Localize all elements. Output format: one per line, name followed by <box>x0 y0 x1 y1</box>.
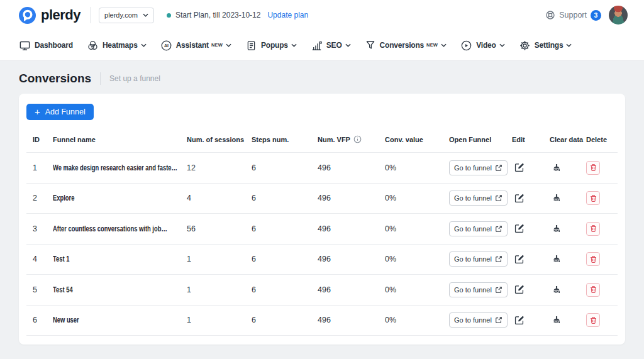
cell-id: 1 <box>33 163 53 172</box>
go-to-funnel-button[interactable]: Go to funnel <box>449 251 508 267</box>
table-row: 2 Explore 4 6 496 0% Go to funnel <box>26 184 618 214</box>
col-header-id: ID <box>33 136 53 143</box>
delete-button[interactable] <box>586 313 600 327</box>
cell-conv-value: 0% <box>385 194 449 202</box>
cell-sessions: 1 <box>187 316 252 324</box>
table-row: 6 New user 1 6 496 0% Go to funnel <box>26 306 618 336</box>
cell-steps: 6 <box>252 224 318 233</box>
col-header-clear-data: Clear data <box>550 136 586 143</box>
nav-item-settings[interactable]: Settings <box>519 40 572 52</box>
cell-id: 5 <box>33 285 53 294</box>
divider <box>100 72 101 85</box>
svg-text:AI: AI <box>164 43 169 48</box>
plerdy-logo-icon <box>19 7 36 24</box>
nav-item-heatmaps[interactable]: Heatmaps <box>87 40 147 52</box>
page-title: Conversions <box>19 72 91 86</box>
edit-button[interactable] <box>514 284 525 295</box>
clear-data-button[interactable] <box>552 285 562 295</box>
new-badge: NEW <box>211 42 223 48</box>
cell-vfp: 496 <box>318 316 385 324</box>
edit-button[interactable] <box>514 223 525 234</box>
dashboard-monitor-icon <box>19 40 31 52</box>
popups-document-icon <box>245 40 257 52</box>
clear-data-brush-icon <box>552 163 562 173</box>
edit-button[interactable] <box>514 315 525 326</box>
clear-data-button[interactable] <box>552 163 562 173</box>
edit-button[interactable] <box>514 162 525 173</box>
plus-icon: + <box>35 107 40 116</box>
delete-trash-icon <box>589 194 597 202</box>
clear-data-button[interactable] <box>552 193 562 203</box>
external-link-icon <box>495 164 502 172</box>
col-header-funnel-name: Funnel name <box>53 136 187 143</box>
edit-icon <box>514 284 525 295</box>
delete-button[interactable] <box>586 222 600 236</box>
plerdy-logo[interactable]: plerdy <box>19 7 80 24</box>
domain-select[interactable]: plerdy.com <box>99 8 154 23</box>
col-header-sessions: Num. of sessions <box>187 136 252 143</box>
avatar[interactable] <box>609 6 628 25</box>
nav-item-popups[interactable]: Popups <box>245 40 297 52</box>
external-link-icon <box>495 286 502 294</box>
cell-id: 4 <box>33 255 53 263</box>
cell-steps: 6 <box>252 163 318 172</box>
chevron-down-icon <box>141 43 147 47</box>
add-funnel-button[interactable]: + Add Funnel <box>26 104 94 120</box>
edit-icon <box>514 193 525 204</box>
edit-button[interactable] <box>514 193 525 204</box>
cell-id: 6 <box>33 316 53 324</box>
chevron-down-icon <box>226 43 231 47</box>
plan-text: Start Plan, till 2023-10-12 <box>175 11 260 19</box>
nav-item-seo[interactable]: SEO <box>311 40 351 52</box>
table-header-row: ID Funnel name Num. of sessions Steps nu… <box>26 121 618 153</box>
nav-item-assistant[interactable]: AI Assistant NEW <box>160 40 231 52</box>
clear-data-button[interactable] <box>552 224 562 234</box>
external-link-icon <box>495 225 502 233</box>
go-to-funnel-button[interactable]: Go to funnel <box>449 191 508 206</box>
nav-item-dashboard[interactable]: Dashboard <box>19 40 73 52</box>
delete-button[interactable] <box>586 283 600 297</box>
settings-gear-icon <box>519 40 531 52</box>
clear-data-brush-icon <box>552 315 562 325</box>
go-to-funnel-button[interactable]: Go to funnel <box>449 282 508 297</box>
brand-name: plerdy <box>41 7 80 23</box>
go-to-funnel-button[interactable]: Go to funnel <box>449 221 508 236</box>
cell-vfp: 496 <box>318 255 385 263</box>
nav-item-conversions[interactable]: Conversions NEW <box>365 40 447 51</box>
cell-funnel-name: After countless conversations with job… <box>53 224 187 233</box>
plan-status: Start Plan, till 2023-10-12 Update plan <box>167 11 308 19</box>
edit-button[interactable] <box>514 254 525 265</box>
conversions-funnel-icon <box>365 40 376 51</box>
go-to-funnel-button[interactable]: Go to funnel <box>449 312 508 328</box>
divider <box>90 7 91 23</box>
clear-data-button[interactable] <box>552 254 562 264</box>
content: Conversions Set up a funnel + Add Funnel… <box>0 61 644 345</box>
cell-steps: 6 <box>252 255 318 263</box>
cell-id: 2 <box>33 194 53 202</box>
funnels-card: + Add Funnel ID Funnel name Num. of sess… <box>19 94 625 345</box>
topbar: plerdy plerdy.com Start Plan, till 2023-… <box>0 0 644 30</box>
new-badge: NEW <box>426 42 438 48</box>
update-plan-link[interactable]: Update plan <box>267 11 308 19</box>
funnels-table: ID Funnel name Num. of sessions Steps nu… <box>26 121 618 336</box>
edit-icon <box>514 315 525 326</box>
info-icon[interactable] <box>353 135 362 143</box>
delete-trash-icon <box>589 163 597 172</box>
delete-button[interactable] <box>586 161 600 175</box>
delete-trash-icon <box>589 255 597 263</box>
cell-vfp: 496 <box>318 163 385 172</box>
cell-vfp: 496 <box>318 224 385 233</box>
chevron-down-icon <box>291 43 297 47</box>
delete-button[interactable] <box>586 252 600 266</box>
cell-funnel-name: New user <box>53 316 187 324</box>
support-button[interactable]: Support 3 <box>545 10 601 21</box>
go-to-funnel-button[interactable]: Go to funnel <box>449 160 508 175</box>
cell-funnel-name: Test 54 <box>53 285 187 294</box>
delete-trash-icon <box>589 224 597 233</box>
table-body: 1 We make design research easier and fas… <box>26 153 618 336</box>
cell-vfp: 496 <box>318 285 385 294</box>
clear-data-brush-icon <box>552 285 562 295</box>
delete-button[interactable] <box>586 191 600 205</box>
nav-item-video[interactable]: Video <box>460 40 504 52</box>
clear-data-button[interactable] <box>552 315 562 325</box>
